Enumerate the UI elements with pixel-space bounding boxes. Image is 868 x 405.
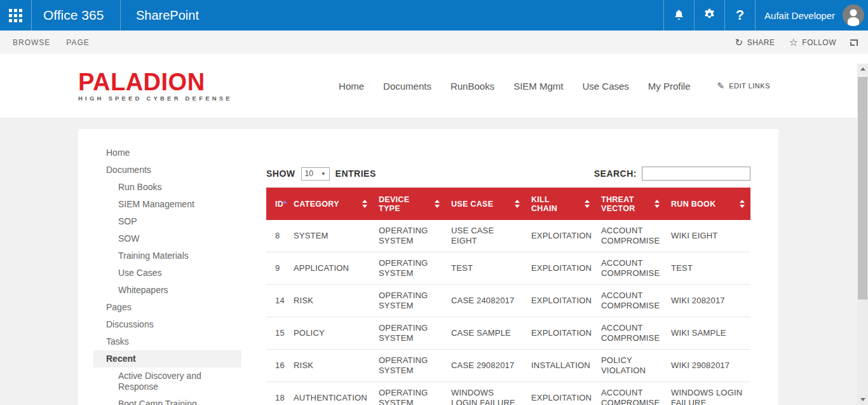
share-button[interactable]: ↻ SHARE <box>735 37 775 48</box>
table-cell: OPERATING SYSTEM <box>372 285 445 317</box>
column-label: KILL CHAIN <box>531 195 577 213</box>
sidebar-item-documents[interactable]: Documents <box>93 161 241 179</box>
column-label: THREAT VECTOR <box>601 195 647 213</box>
sidebar-item-boot-camp-training[interactable]: Boot Camp Training <box>93 395 241 405</box>
sort-arrows-icon <box>362 200 367 208</box>
sharepoint-link[interactable]: SharePoint <box>121 0 214 31</box>
notifications-button[interactable] <box>663 0 694 31</box>
share-label: SHARE <box>747 38 775 47</box>
table-controls: SHOW 10 ▼ ENTRIES SEARCH: <box>266 166 750 181</box>
table-cell: EXPLOITATION <box>525 220 595 252</box>
table-cell: ACCOUNT COMPROMISE <box>595 285 665 317</box>
table-cell: RISK <box>287 350 372 381</box>
table-cell: OPERATING SYSTEM <box>372 252 445 284</box>
table-cell: APPLICATION <box>287 252 372 284</box>
table-row: 8SYSTEMOPERATING SYSTEMUSE CASE EIGHTEXP… <box>266 220 750 252</box>
column-header-run-book[interactable]: RUN BOOK <box>665 188 750 220</box>
use-case-table: IDCATEGORYDEVICE TYPEUSE CASEKILL CHAINT… <box>266 188 750 405</box>
search-input[interactable] <box>642 167 750 181</box>
table-cell: 8 <box>266 220 287 252</box>
entries-select[interactable]: 10 ▼ <box>301 167 330 181</box>
table-cell: 16 <box>266 350 287 381</box>
sidebar-item-tasks[interactable]: Tasks <box>93 333 241 350</box>
follow-button[interactable]: ☆ FOLLOW <box>789 36 836 48</box>
nav-item-documents[interactable]: Documents <box>383 81 431 92</box>
nav-item-siem-mgmt[interactable]: SIEM Mgmt <box>513 81 563 92</box>
scroll-up-icon <box>860 67 865 71</box>
app-launcher-button[interactable] <box>0 0 32 31</box>
table-cell: ACCOUNT COMPROMISE <box>595 252 665 284</box>
table-cell: TEST <box>665 252 750 284</box>
table-cell: ACCOUNT COMPROMISE <box>595 382 665 405</box>
column-header-threat-vector[interactable]: THREAT VECTOR <box>595 188 665 220</box>
edit-links-label: EDIT LINKS <box>729 82 770 90</box>
sidebar-item-sop[interactable]: SOP <box>93 213 241 230</box>
gear-icon <box>703 8 716 24</box>
sidebar-item-discussions[interactable]: Discussions <box>93 316 241 333</box>
column-label: CATEGORY <box>294 200 339 209</box>
column-header-category[interactable]: CATEGORY <box>287 188 372 220</box>
avatar[interactable] <box>843 4 864 26</box>
logo-title: PALADION <box>78 71 233 93</box>
table-cell: TEST <box>445 252 525 284</box>
paladion-logo[interactable]: PALADION HIGH SPEED CYBER DEFENSE <box>78 71 233 102</box>
nav-item-my-profile[interactable]: My Profile <box>648 81 691 92</box>
sort-ascending-icon <box>282 200 287 203</box>
scroll-up-button[interactable] <box>857 64 868 74</box>
sort-arrows-icon <box>654 200 660 208</box>
sidebar-item-siem-management[interactable]: SIEM Management <box>93 196 241 213</box>
bell-icon <box>672 8 686 24</box>
table-cell: 9 <box>266 252 287 284</box>
nav-item-use-cases[interactable]: Use Cases <box>583 81 629 92</box>
table-cell: WINDOWS LOGIN FAILURE <box>445 382 525 405</box>
entries-select-value: 10 <box>305 169 313 178</box>
column-header-id[interactable]: ID <box>266 188 287 220</box>
content-panel: HomeDocumentsRun BooksSIEM ManagementSOP… <box>78 129 778 405</box>
table-cell: EXPLOITATION <box>525 317 595 349</box>
scrollbar-thumb[interactable] <box>858 77 867 299</box>
table-cell: OPERATING SYSTEM <box>372 317 445 349</box>
edit-links-button[interactable]: ✎ EDIT LINKS <box>717 81 770 91</box>
pencil-icon: ✎ <box>717 81 725 91</box>
vertical-scrollbar[interactable] <box>857 64 868 405</box>
sidebar-item-home[interactable]: Home <box>93 144 241 161</box>
nav-item-home[interactable]: Home <box>339 81 364 92</box>
office-365-link[interactable]: Office 365 <box>32 0 121 31</box>
table-cell: 18 <box>266 382 287 405</box>
scroll-down-button[interactable] <box>857 394 868 405</box>
settings-button[interactable] <box>694 0 724 31</box>
table-cell: OPERATING SYSTEM <box>372 382 445 405</box>
tab-browse[interactable]: BROWSE <box>13 38 50 47</box>
sidebar-item-pages[interactable]: Pages <box>93 299 241 316</box>
sidebar-item-run-books[interactable]: Run Books <box>93 179 241 196</box>
sidebar-item-use-cases[interactable]: Use Cases <box>93 264 241 282</box>
sidebar-item-whitepapers[interactable]: Whitepapers <box>93 282 241 299</box>
nav-item-runbooks[interactable]: RunBooks <box>451 81 494 92</box>
chevron-down-icon: ▼ <box>321 171 326 177</box>
sidebar-item-active-discovery-and-response[interactable]: Active Discovery and Response <box>93 367 241 395</box>
table-cell: 15 <box>266 317 287 349</box>
table-cell: INSTALLATION <box>525 350 595 381</box>
table-cell: RISK <box>287 285 372 317</box>
column-header-device-type[interactable]: DEVICE TYPE <box>372 188 445 220</box>
column-label: ID <box>275 200 281 209</box>
focus-on-content-button[interactable] <box>850 39 858 46</box>
account-menu[interactable]: Aufait Developer <box>755 0 868 31</box>
ribbon-bar: BROWSE PAGE ↻ SHARE ☆ FOLLOW <box>0 31 868 54</box>
tab-page[interactable]: PAGE <box>66 38 89 47</box>
table-cell: 14 <box>266 285 287 317</box>
column-header-use-case[interactable]: USE CASE <box>445 188 525 220</box>
user-name: Aufait Developer <box>764 10 835 21</box>
table-cell: ACCOUNT COMPROMISE <box>595 220 665 252</box>
sidebar-item-recent[interactable]: Recent <box>93 350 241 367</box>
help-button[interactable]: ? <box>724 0 755 31</box>
waffle-icon <box>9 9 22 22</box>
column-header-kill-chain[interactable]: KILL CHAIN <box>525 188 595 220</box>
sidebar-item-sow[interactable]: SOW <box>93 230 241 247</box>
table-cell: WIKI 29082017 <box>665 350 750 381</box>
table-row: 14RISKOPERATING SYSTEMCASE 24082017EXPLO… <box>266 285 750 317</box>
table-cell: POLICY VIOLATION <box>595 350 665 381</box>
suite-bar: Office 365 SharePoint ? Aufait Developer <box>0 0 868 31</box>
sidebar-item-training-materials[interactable]: Training Materials <box>93 247 241 264</box>
table-cell: OPERATING SYSTEM <box>372 220 445 252</box>
